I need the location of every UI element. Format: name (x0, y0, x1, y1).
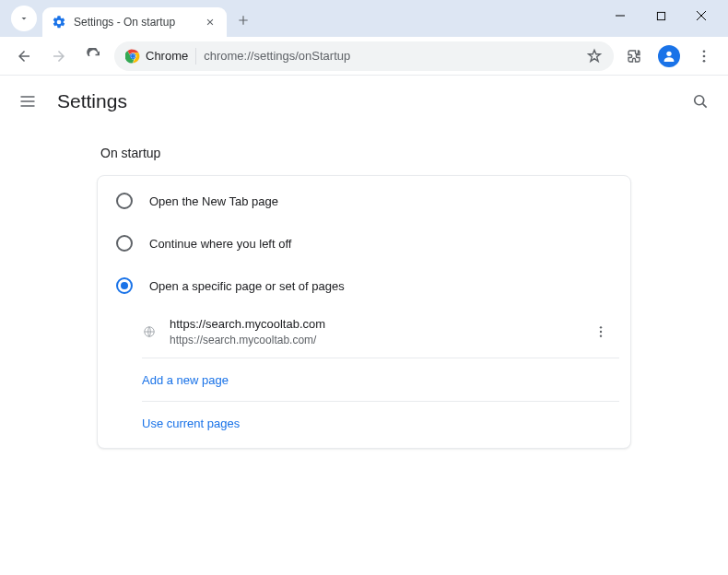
tab-search-button[interactable] (11, 6, 37, 31)
new-tab-button[interactable] (230, 7, 256, 33)
window-titlebar: Settings - On startup (0, 0, 728, 37)
gear-icon (52, 15, 66, 29)
svg-point-14 (600, 335, 602, 337)
menu-button[interactable] (18, 92, 41, 111)
startup-page-url: https://search.mycooltab.com/ (170, 333, 590, 348)
back-button[interactable] (9, 41, 39, 71)
maximize-button[interactable] (647, 2, 675, 29)
bookmark-button[interactable] (586, 48, 603, 65)
radio-icon (116, 193, 133, 209)
settings-page: Settings On startup Open the New Tab pag… (0, 76, 728, 575)
svg-point-13 (600, 331, 602, 333)
omnibox[interactable]: Chrome chrome://settings/onStartup (114, 41, 614, 71)
page-header: Settings (0, 76, 728, 127)
radio-label: Continue where you left off (149, 237, 291, 251)
arrow-left-icon (16, 48, 32, 65)
site-chip-label: Chrome (146, 49, 188, 63)
avatar-icon (658, 45, 680, 67)
puzzle-icon (626, 48, 642, 65)
tab-title: Settings - On startup (74, 16, 195, 29)
search-settings-button[interactable] (691, 92, 710, 111)
svg-point-12 (600, 327, 602, 329)
star-icon (586, 48, 603, 65)
minimize-button[interactable] (606, 2, 634, 29)
hamburger-icon (18, 92, 37, 111)
maximize-icon (656, 11, 666, 21)
omnibox-url: chrome://settings/onStartup (204, 49, 579, 63)
close-icon (696, 10, 707, 21)
reload-button[interactable] (79, 41, 109, 71)
section-title: On startup (100, 146, 631, 160)
use-current-pages-link[interactable]: Use current pages (142, 417, 240, 430)
radio-open-new-tab[interactable]: Open the New Tab page (98, 180, 630, 222)
svg-point-6 (666, 51, 671, 55)
arrow-right-icon (51, 48, 67, 65)
extensions-button[interactable] (619, 41, 649, 71)
settings-content: On startup Open the New Tab page Continu… (88, 146, 640, 449)
add-new-page-link[interactable]: Add a new page (142, 373, 229, 387)
radio-icon (116, 235, 133, 252)
page-row-menu-button[interactable] (590, 321, 612, 343)
plus-icon (237, 14, 250, 27)
close-window-button[interactable] (687, 2, 715, 29)
forward-button[interactable] (44, 41, 74, 71)
startup-card: Open the New Tab page Continue where you… (97, 175, 631, 449)
app-menu-button[interactable] (689, 41, 719, 71)
close-tab-button[interactable] (203, 15, 217, 29)
minimize-icon (615, 10, 626, 21)
window-controls (606, 2, 721, 37)
reload-icon (86, 48, 102, 65)
radio-label: Open a specific page or set of pages (149, 279, 345, 293)
svg-point-7 (703, 50, 706, 53)
site-chip[interactable]: Chrome (125, 49, 188, 64)
add-page-row: Add a new page (142, 358, 619, 401)
chevron-down-icon (18, 13, 29, 24)
omnibox-separator (195, 48, 196, 65)
radio-continue[interactable]: Continue where you left off (98, 222, 630, 264)
svg-point-10 (695, 96, 704, 105)
search-icon (691, 92, 710, 111)
browser-toolbar: Chrome chrome://settings/onStartup (0, 37, 728, 76)
globe-icon (142, 324, 157, 339)
more-vertical-icon (696, 48, 712, 65)
startup-page-name: https://search.mycooltab.com (170, 316, 590, 333)
svg-point-8 (703, 54, 706, 57)
use-current-row: Use current pages (142, 401, 619, 444)
profile-button[interactable] (654, 41, 684, 71)
svg-point-9 (703, 59, 706, 62)
page-title: Settings (57, 90, 691, 112)
startup-pages-list: https://search.mycooltab.com https://sea… (142, 307, 630, 444)
startup-page-row: https://search.mycooltab.com https://sea… (142, 307, 619, 358)
radio-icon (116, 277, 133, 294)
svg-rect-0 (657, 12, 664, 19)
radio-open-specific[interactable]: Open a specific page or set of pages (98, 264, 630, 307)
chrome-logo-icon (125, 49, 140, 64)
browser-tab[interactable]: Settings - On startup (42, 7, 227, 37)
svg-point-5 (131, 54, 135, 58)
more-vertical-icon (593, 324, 608, 339)
radio-label: Open the New Tab page (149, 194, 278, 208)
close-icon (205, 18, 215, 27)
